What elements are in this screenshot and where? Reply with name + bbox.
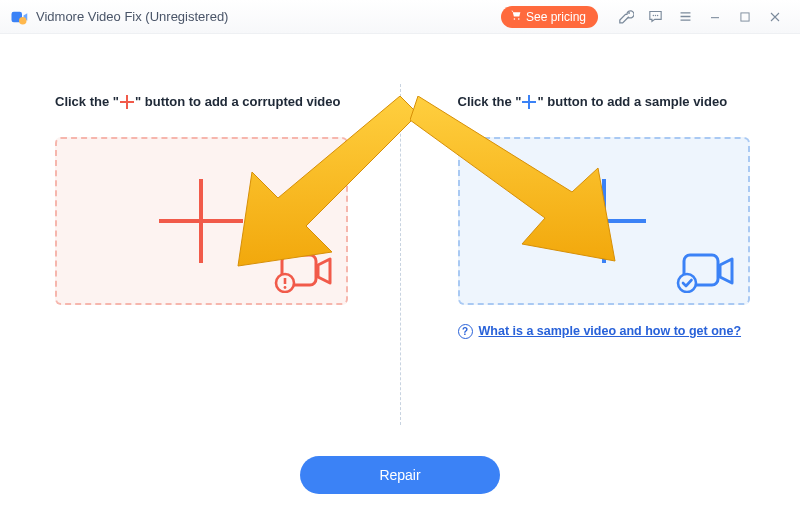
svg-point-3: [652, 15, 653, 16]
svg-point-1: [19, 17, 27, 25]
add-corrupted-dropzone[interactable]: [55, 137, 348, 305]
key-icon[interactable]: [610, 0, 640, 34]
svg-rect-6: [741, 12, 749, 20]
sample-help: ? What is a sample video and how to get …: [458, 323, 751, 340]
corrupted-column: Click the "" button to add a corrupted v…: [0, 94, 398, 435]
svg-point-4: [654, 15, 655, 16]
sample-instruction: Click the "" button to add a sample vide…: [458, 94, 751, 111]
see-pricing-button[interactable]: See pricing: [501, 6, 598, 28]
titlebar: Vidmore Video Fix (Unregistered) See pri…: [0, 0, 800, 34]
repair-button[interactable]: Repair: [300, 456, 500, 494]
svg-point-5: [656, 15, 657, 16]
help-icon: ?: [458, 324, 473, 339]
menu-icon[interactable]: [670, 0, 700, 34]
video-check-icon: [674, 249, 734, 293]
maximize-button[interactable]: [730, 0, 760, 34]
plus-icon: [119, 94, 135, 110]
main-area: Click the "" button to add a corrupted v…: [0, 34, 800, 435]
plus-icon: [562, 179, 646, 263]
see-pricing-label: See pricing: [526, 10, 586, 24]
app-title: Vidmore Video Fix (Unregistered): [36, 9, 228, 24]
app-logo-icon: [10, 8, 28, 26]
footer: Repair: [0, 435, 800, 515]
add-sample-dropzone[interactable]: [458, 137, 751, 305]
svg-point-2: [628, 12, 630, 14]
svg-point-10: [283, 286, 286, 289]
corrupted-instruction: Click the "" button to add a corrupted v…: [55, 94, 348, 111]
sample-help-link[interactable]: What is a sample video and how to get on…: [479, 323, 742, 340]
cart-icon: [509, 9, 522, 25]
sample-column: Click the "" button to add a sample vide…: [398, 94, 801, 435]
video-warning-icon: [272, 249, 332, 293]
minimize-button[interactable]: [700, 0, 730, 34]
feedback-icon[interactable]: [640, 0, 670, 34]
plus-icon: [521, 94, 537, 110]
close-button[interactable]: [760, 0, 790, 34]
plus-icon: [159, 179, 243, 263]
